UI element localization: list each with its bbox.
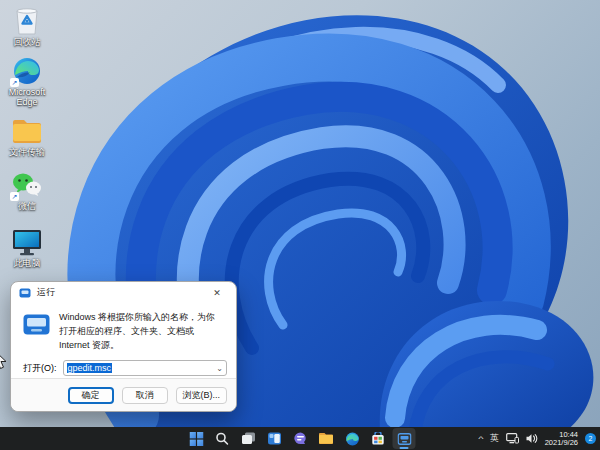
taskbar-center bbox=[185, 427, 416, 450]
file-explorer-icon bbox=[319, 432, 334, 445]
open-label: 打开(O): bbox=[23, 362, 57, 375]
run-icon bbox=[23, 314, 50, 335]
cancel-button[interactable]: 取消 bbox=[122, 387, 168, 404]
volume-icon[interactable] bbox=[526, 433, 538, 444]
run-dialog-title-icon bbox=[19, 288, 31, 298]
ok-button[interactable]: 确定 bbox=[68, 387, 114, 404]
desktop-icon-label: 微信 bbox=[18, 201, 36, 211]
run-dialog-title: 运行 bbox=[37, 286, 55, 299]
widgets-button[interactable] bbox=[263, 428, 286, 449]
task-view-icon bbox=[241, 432, 255, 445]
store-icon bbox=[372, 432, 385, 445]
folder-icon bbox=[11, 116, 43, 146]
notification-badge[interactable]: 2 bbox=[585, 433, 596, 444]
task-view-button[interactable] bbox=[237, 428, 260, 449]
monitor-icon bbox=[11, 227, 43, 257]
wechat-icon: ↗ bbox=[11, 170, 43, 200]
run-dialog: 运行 ✕ Windows 将根据你所输入的名称，为你打开相应的程序、文件夹、文档… bbox=[10, 281, 237, 412]
search-button[interactable] bbox=[211, 428, 234, 449]
widgets-icon bbox=[267, 432, 281, 445]
edge-icon bbox=[345, 432, 359, 446]
desktop-icon-label: Microsoft Edge bbox=[2, 87, 52, 107]
run-taskbar-button[interactable] bbox=[393, 428, 416, 449]
tray-date: 2021/9/26 bbox=[545, 439, 578, 447]
taskbar: ^ 英 10:44 2021/9/26 2 bbox=[0, 427, 600, 450]
file-explorer-button[interactable] bbox=[315, 428, 338, 449]
run-dialog-description: Windows 将根据你所输入的名称，为你打开相应的程序、文件夹、文档或 Int… bbox=[59, 310, 217, 352]
store-button[interactable] bbox=[367, 428, 390, 449]
chat-button[interactable] bbox=[289, 428, 312, 449]
shortcut-arrow-icon: ↗ bbox=[10, 192, 19, 201]
windows-start-icon bbox=[189, 432, 203, 446]
run-command-value: gpedit.msc bbox=[67, 363, 113, 373]
run-dialog-titlebar[interactable]: 运行 ✕ bbox=[11, 282, 236, 303]
system-tray: ^ 英 10:44 2021/9/26 2 bbox=[479, 427, 596, 450]
run-dialog-footer: 确定 取消 浏览(B)... bbox=[11, 378, 236, 411]
mouse-cursor bbox=[0, 349, 9, 371]
display-network-icon[interactable] bbox=[506, 433, 519, 444]
desktop-icon-folder[interactable]: 文件传输 bbox=[2, 116, 52, 157]
recycle-bin-icon bbox=[11, 6, 43, 36]
run-command-input[interactable]: gpedit.msc ⌄ bbox=[63, 360, 228, 376]
start-button[interactable] bbox=[185, 428, 208, 449]
hidden-icons-chevron[interactable]: ^ bbox=[478, 434, 483, 443]
close-icon[interactable]: ✕ bbox=[206, 285, 228, 301]
clock[interactable]: 10:44 2021/9/26 bbox=[545, 431, 578, 447]
run-window-icon bbox=[397, 433, 411, 445]
desktop-icon-label: 此电脑 bbox=[14, 258, 41, 268]
desktop: 回收站 ↗ Microsoft Edge bbox=[0, 0, 600, 450]
edge-icon: ↗ bbox=[11, 56, 43, 86]
shortcut-arrow-icon: ↗ bbox=[10, 78, 19, 87]
language-indicator[interactable]: 英 bbox=[490, 432, 499, 445]
browse-button[interactable]: 浏览(B)... bbox=[176, 387, 228, 404]
desktop-icon-label: 文件传输 bbox=[9, 147, 45, 157]
desktop-icon-wechat[interactable]: ↗ 微信 bbox=[2, 170, 52, 211]
chevron-down-icon[interactable]: ⌄ bbox=[216, 364, 223, 373]
chat-icon bbox=[293, 432, 307, 445]
desktop-icon-label: 回收站 bbox=[14, 37, 41, 47]
edge-taskbar-button[interactable] bbox=[341, 428, 364, 449]
search-icon bbox=[216, 432, 229, 445]
desktop-icon-edge[interactable]: ↗ Microsoft Edge bbox=[2, 56, 52, 107]
desktop-icon-recycle-bin[interactable]: 回收站 bbox=[2, 6, 52, 47]
desktop-icon-this-pc[interactable]: 此电脑 bbox=[2, 227, 52, 268]
